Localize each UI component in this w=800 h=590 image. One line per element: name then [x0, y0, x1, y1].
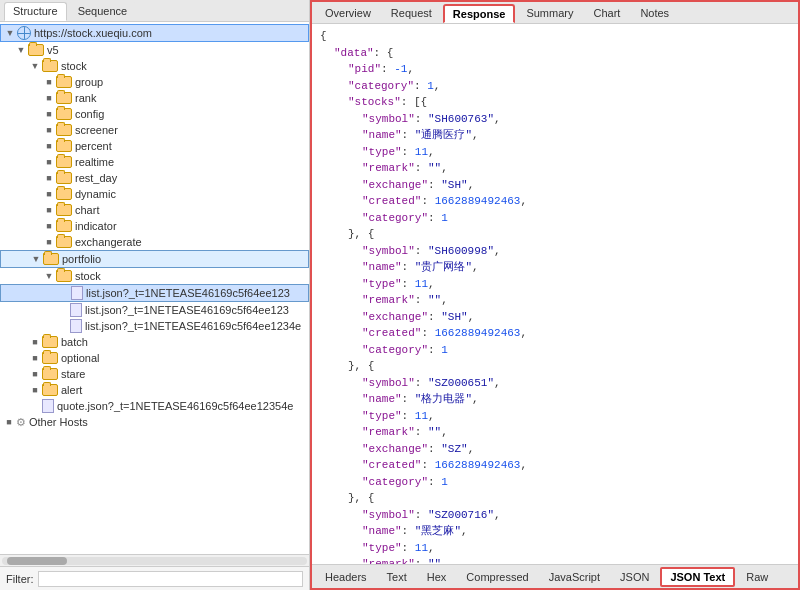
- tree-item-indicator[interactable]: ■ indicator: [0, 218, 309, 234]
- tab-json-text[interactable]: JSON Text: [660, 567, 735, 587]
- tree-item-stare[interactable]: ■ stare: [0, 366, 309, 382]
- tree-item-alert[interactable]: ■ alert: [0, 382, 309, 398]
- tree-item-quote[interactable]: quote.json?_t=1NETEASE46169c5f64ee12354e: [0, 398, 309, 414]
- tree-item-list1[interactable]: list.json?_t=1NETEASE46169c5f64ee123: [0, 284, 309, 302]
- filter-input[interactable]: [38, 571, 304, 587]
- tree-item-screener[interactable]: ■ screener: [0, 122, 309, 138]
- json-line-32: "remark": "",: [320, 556, 790, 564]
- tab-summary[interactable]: Summary: [517, 4, 582, 23]
- file-icon-list3: [70, 319, 82, 333]
- tab-chart[interactable]: Chart: [584, 4, 629, 23]
- expand-icon-optional[interactable]: ■: [28, 351, 42, 365]
- tree-item-other-hosts[interactable]: ■ ⚙ Other Hosts: [0, 414, 309, 430]
- tab-overview[interactable]: Overview: [316, 4, 380, 23]
- bottom-tabs: Headers Text Hex Compressed JavaScript J…: [312, 564, 798, 588]
- tab-sequence[interactable]: Sequence: [69, 2, 137, 21]
- expand-icon-batch[interactable]: ■: [28, 335, 42, 349]
- expand-icon-indicator[interactable]: ■: [42, 219, 56, 233]
- horizontal-scrollbar[interactable]: [0, 554, 309, 566]
- folder-icon-percent: [56, 140, 72, 152]
- tab-notes[interactable]: Notes: [631, 4, 678, 23]
- folder-icon-portfolio: [43, 253, 59, 265]
- json-line-27: "category": 1: [320, 474, 790, 491]
- folder-icon-alert: [42, 384, 58, 396]
- tab-structure[interactable]: Structure: [4, 2, 67, 21]
- tree-item-percent[interactable]: ■ percent: [0, 138, 309, 154]
- tree-item-config[interactable]: ■ config: [0, 106, 309, 122]
- folder-icon-screener: [56, 124, 72, 136]
- json-line-8: "remark": "",: [320, 160, 790, 177]
- tab-compressed[interactable]: Compressed: [457, 568, 537, 586]
- expand-icon-config[interactable]: ■: [42, 107, 56, 121]
- expand-icon-dynamic[interactable]: ■: [42, 187, 56, 201]
- tree-item-rank[interactable]: ■ rank: [0, 90, 309, 106]
- tree-item-list3[interactable]: list.json?_t=1NETEASE46169c5f64ee1234e: [0, 318, 309, 334]
- expand-icon-rest-day[interactable]: ■: [42, 171, 56, 185]
- tree-label-portfolio-stock: stock: [75, 270, 101, 282]
- tree-item-rest-day[interactable]: ■ rest_day: [0, 170, 309, 186]
- tree-item-v5[interactable]: ▼ v5: [0, 42, 309, 58]
- tab-raw[interactable]: Raw: [737, 568, 777, 586]
- tab-response[interactable]: Response: [443, 4, 516, 23]
- expand-icon-group[interactable]: ■: [42, 75, 56, 89]
- tab-javascript[interactable]: JavaScript: [540, 568, 609, 586]
- expand-icon-screener[interactable]: ■: [42, 123, 56, 137]
- tree-item-stock[interactable]: ▼ stock: [0, 58, 309, 74]
- tab-hex[interactable]: Hex: [418, 568, 456, 586]
- tab-headers[interactable]: Headers: [316, 568, 376, 586]
- folder-icon-optional: [42, 352, 58, 364]
- tree-label-optional: optional: [61, 352, 100, 364]
- json-line-25: "exchange": "SZ",: [320, 441, 790, 458]
- tree-item-root[interactable]: ▼ https://stock.xueqiu.com: [0, 24, 309, 42]
- expand-icon-realtime[interactable]: ■: [42, 155, 56, 169]
- right-panel: Overview Request Response Summary Chart …: [310, 0, 800, 590]
- expand-icon-percent[interactable]: ■: [42, 139, 56, 153]
- response-content: { "data": { "pid": -1, "category": 1, "s…: [312, 24, 798, 564]
- scroll-thumb[interactable]: [7, 557, 67, 565]
- expand-icon-other-hosts[interactable]: ■: [2, 415, 16, 429]
- tree-item-batch[interactable]: ■ batch: [0, 334, 309, 350]
- json-line-16: "remark": "",: [320, 292, 790, 309]
- json-line-12: }, {: [320, 226, 790, 243]
- folder-icon-portfolio-stock: [56, 270, 72, 282]
- tree-item-chart[interactable]: ■ chart: [0, 202, 309, 218]
- left-panel-tabs: Structure Sequence: [0, 0, 309, 22]
- folder-icon-indicator: [56, 220, 72, 232]
- tree-label-dynamic: dynamic: [75, 188, 116, 200]
- json-line-30: "name": "黑芝麻",: [320, 523, 790, 540]
- tree-label-quote: quote.json?_t=1NETEASE46169c5f64ee12354e: [57, 400, 293, 412]
- expand-icon-v5[interactable]: ▼: [14, 43, 28, 57]
- folder-icon-rank: [56, 92, 72, 104]
- tree-item-exchangerate[interactable]: ■ exchangerate: [0, 234, 309, 250]
- json-line-17: "exchange": "SH",: [320, 309, 790, 326]
- json-line-9: "exchange": "SH",: [320, 177, 790, 194]
- expand-icon-chart[interactable]: ■: [42, 203, 56, 217]
- settings-icon: ⚙: [16, 416, 26, 429]
- folder-icon-v5: [28, 44, 44, 56]
- expand-icon-list2: [56, 303, 70, 317]
- expand-icon-stock[interactable]: ▼: [28, 59, 42, 73]
- expand-icon-rank[interactable]: ■: [42, 91, 56, 105]
- expand-icon-portfolio[interactable]: ▼: [29, 252, 43, 266]
- expand-icon-portfolio-stock[interactable]: ▼: [42, 269, 56, 283]
- tab-json[interactable]: JSON: [611, 568, 658, 586]
- json-line-10: "created": 1662889492463,: [320, 193, 790, 210]
- expand-icon-alert[interactable]: ■: [28, 383, 42, 397]
- scroll-track[interactable]: [2, 557, 307, 565]
- expand-icon-exchangerate[interactable]: ■: [42, 235, 56, 249]
- tree-item-list2[interactable]: list.json?_t=1NETEASE46169c5f64ee123: [0, 302, 309, 318]
- expand-icon-stare[interactable]: ■: [28, 367, 42, 381]
- tree-label-rest-day: rest_day: [75, 172, 117, 184]
- tree-item-portfolio[interactable]: ▼ portfolio: [0, 250, 309, 268]
- tree-label-config: config: [75, 108, 104, 120]
- tab-request[interactable]: Request: [382, 4, 441, 23]
- tab-text[interactable]: Text: [378, 568, 416, 586]
- tree-item-realtime[interactable]: ■ realtime: [0, 154, 309, 170]
- tree-item-optional[interactable]: ■ optional: [0, 350, 309, 366]
- tree-item-dynamic[interactable]: ■ dynamic: [0, 186, 309, 202]
- json-line-3: "category": 1,: [320, 78, 790, 95]
- tree-item-portfolio-stock[interactable]: ▼ stock: [0, 268, 309, 284]
- expand-icon-root[interactable]: ▼: [3, 26, 17, 40]
- folder-icon-rest-day: [56, 172, 72, 184]
- tree-item-group[interactable]: ■ group: [0, 74, 309, 90]
